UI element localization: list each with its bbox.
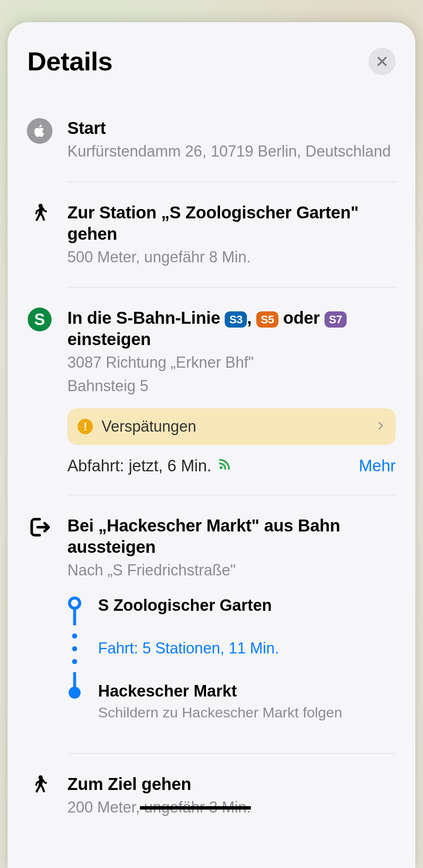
journey-from: S Zoologischer Garten [98, 595, 396, 616]
title-text: einsteigen [67, 330, 151, 348]
step-title: Zur Station „S Zoologischer Garten" gehe… [67, 202, 396, 244]
close-button[interactable] [368, 48, 396, 75]
step-subtitle: 500 Meter, ungefähr 8 Min. [67, 247, 396, 268]
title-text: In die S-Bahn-Linie [67, 308, 225, 327]
svg-point-8 [69, 687, 81, 699]
step-start[interactable]: Start Kurfürstendamm 26, 10719 Berlin, D… [8, 98, 415, 182]
journey-to: Hackescher Markt [98, 681, 396, 702]
advisory-banner[interactable]: ! Verspätungen [67, 408, 396, 445]
chevron-right-icon [376, 421, 385, 432]
line-badge-s7: S7 [324, 311, 347, 328]
step-walk-to-destination[interactable]: Zum Ziel gehen 200 Meter, ungefähr 3 Min… [8, 753, 415, 838]
title-sep: , [247, 308, 256, 327]
step-subtitle: Nach „S Friedrichstraße" [67, 560, 396, 581]
close-icon [376, 55, 388, 68]
journey-block: S Zoologischer Garten Fahrt: 5 Stationen… [67, 595, 396, 734]
svg-point-3 [70, 598, 80, 608]
exit-icon [28, 515, 52, 753]
warning-icon: ! [78, 419, 93, 434]
step-subtitle-direction: 3087 Richtung „Erkner Bhf" [67, 352, 396, 373]
line-badge-s3: S3 [225, 311, 247, 328]
detail-prefix: 200 Meter, [67, 798, 140, 816]
directions-list: Start Kurfürstendamm 26, 10719 Berlin, D… [8, 98, 415, 838]
sheet-header: Details [8, 46, 415, 98]
step-subtitle: Kurfürstendamm 26, 10719 Berlin, Deutsch… [67, 141, 396, 162]
walk-icon [29, 774, 51, 838]
journey-line-graphic [67, 595, 90, 734]
departure-text: Abfahrt: jetzt, 6 Min. [67, 457, 212, 475]
apple-icon [27, 118, 52, 144]
step-title: Zum Ziel gehen [67, 773, 396, 795]
page-title: Details [27, 46, 113, 76]
step-subtitle: 200 Meter, ungefähr 3 Min. [67, 797, 396, 818]
step-title: In die S-Bahn-Linie S3, S5 oder S7 einst… [67, 307, 396, 350]
journey-ride[interactable]: Fahrt: 5 Stationen, 11 Min. [98, 627, 396, 670]
departure-row: Abfahrt: jetzt, 6 Min. Mehr [67, 457, 396, 475]
svg-point-5 [72, 646, 77, 651]
step-title: Start [67, 117, 396, 139]
title-or: oder [278, 308, 324, 327]
step-title: Bei „Hackescher Markt" aus Bahn aussteig… [67, 515, 396, 557]
svg-point-1 [220, 466, 223, 469]
svg-point-4 [72, 633, 77, 639]
walk-icon [29, 202, 51, 287]
step-exit-train[interactable]: Bei „Hackescher Markt" aus Bahn aussteig… [8, 495, 415, 753]
step-board-sbahn[interactable]: S In die S-Bahn-Linie S3, S5 oder S7 ein… [8, 287, 415, 495]
step-subtitle-platform: Bahnsteig 5 [67, 376, 396, 397]
redacted-text: ungefähr 3 Min. [140, 798, 251, 816]
advisory-label: Verspätungen [101, 418, 368, 435]
journey-to-sub: Schildern zu Hackescher Markt folgen [98, 703, 396, 723]
sbahn-icon: S [28, 308, 52, 331]
step-walk-to-station[interactable]: Zur Station „S Zoologischer Garten" gehe… [8, 182, 415, 287]
live-indicator-icon [217, 457, 232, 475]
details-sheet: Details Start Kurfürstendamm 26, 10719 B… [8, 22, 415, 868]
line-badge-s5: S5 [256, 311, 278, 328]
svg-point-6 [72, 659, 77, 664]
more-link[interactable]: Mehr [359, 457, 396, 475]
